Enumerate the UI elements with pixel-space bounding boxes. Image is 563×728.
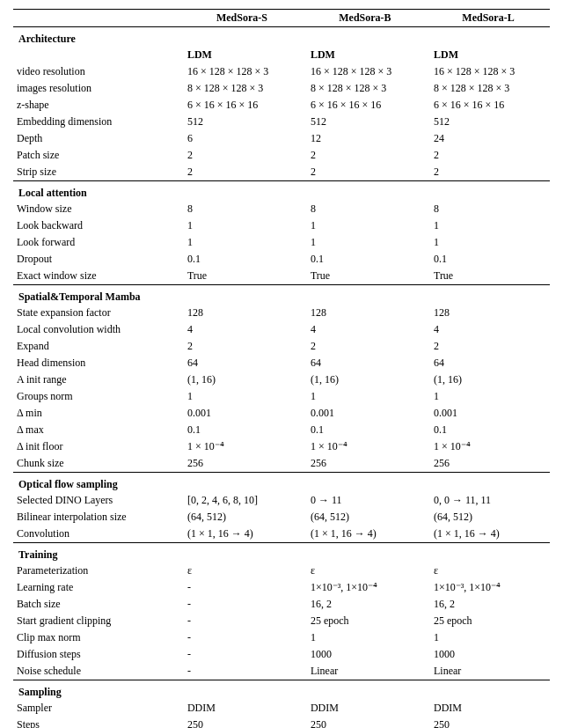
row-val-0: [0, 2, 4, 6, 8, 10] — [180, 492, 303, 509]
row-val-0: - — [180, 663, 303, 680]
table-row: Parameterizationεεε — [13, 563, 550, 579]
col-header-empty — [13, 10, 180, 27]
row-val-0: 2 — [180, 338, 303, 355]
row-val-2: 256 — [427, 455, 550, 473]
table-row: Dropout0.10.10.1 — [13, 251, 550, 268]
row-label: Embedding dimension — [13, 114, 180, 130]
row-val-0: (64, 512) — [180, 509, 303, 526]
table-row: Diffusion steps-10001000 — [13, 646, 550, 663]
row-label: Dropout — [13, 251, 180, 268]
row-label: Noise schedule — [13, 663, 180, 680]
row-val-0: 0.1 — [180, 251, 303, 268]
row-val-0: 4 — [180, 321, 303, 338]
row-val-0: 6 × 16 × 16 × 16 — [180, 97, 303, 114]
row-val-2: Linear — [427, 663, 550, 680]
row-val-1: 64 — [303, 355, 427, 371]
row-val-0: - — [180, 646, 303, 663]
table-row: Δ min0.0010.0010.001 — [13, 405, 550, 422]
row-val-2: 128 — [427, 305, 550, 321]
row-val-1: 4 — [303, 321, 427, 338]
row-val-0: 0.001 — [180, 405, 303, 422]
row-val-2: 2 — [427, 147, 550, 164]
row-label: Δ init floor — [13, 438, 180, 455]
row-val-1: 1×10⁻³, 1×10⁻⁴ — [303, 579, 427, 596]
row-val-0: 128 — [180, 305, 303, 321]
row-val-0: 1 — [180, 217, 303, 234]
row-val-2: LDM — [427, 47, 550, 63]
table-row: Δ init floor1 × 10⁻⁴1 × 10⁻⁴1 × 10⁻⁴ — [13, 438, 550, 455]
row-val-1: 2 — [303, 338, 427, 355]
row-val-1: 2 — [303, 164, 427, 181]
row-label: Batch size — [13, 596, 180, 613]
row-val-0: LDM — [180, 47, 303, 63]
row-val-2: 24 — [427, 130, 550, 147]
row-val-1: 512 — [303, 114, 427, 130]
row-val-2: 512 — [427, 114, 550, 130]
row-label: Look forward — [13, 234, 180, 251]
section-label-training: Training — [13, 543, 550, 563]
row-val-2: (1 × 1, 16 → 4) — [427, 526, 550, 543]
section-header-local_attention: Local attention — [13, 181, 550, 202]
table-row: Groups norm111 — [13, 388, 550, 405]
row-val-1: 0 → 11 — [303, 492, 427, 509]
row-val-2: (64, 512) — [427, 509, 550, 526]
table-row: Start gradient clipping-25 epoch25 epoch — [13, 613, 550, 629]
row-val-1: 0.1 — [303, 251, 427, 268]
table-row: video resolution16 × 128 × 128 × 316 × 1… — [13, 63, 550, 80]
table-row: Learning rate-1×10⁻³, 1×10⁻⁴1×10⁻³, 1×10… — [13, 579, 550, 596]
row-label: Chunk size — [13, 455, 180, 473]
row-val-0: (1 × 1, 16 → 4) — [180, 526, 303, 543]
row-label: z-shape — [13, 97, 180, 114]
row-val-0: 8 × 128 × 128 × 3 — [180, 80, 303, 97]
row-val-1: 256 — [303, 455, 427, 473]
row-val-2: 0.1 — [427, 422, 550, 438]
table-row: z-shape6 × 16 × 16 × 166 × 16 × 16 × 166… — [13, 97, 550, 114]
row-label: Look backward — [13, 217, 180, 234]
table-body: ArchitectureLDMLDMLDMvideo resolution16 … — [13, 27, 550, 729]
row-val-1: ε — [303, 563, 427, 579]
row-label: Selected DINO Layers — [13, 492, 180, 509]
row-val-1: 1 — [303, 217, 427, 234]
row-label: Sampler — [13, 700, 180, 717]
section-header-spatial_temporal: Spatial&Temporal Mamba — [13, 285, 550, 305]
row-label: Δ max — [13, 422, 180, 438]
row-val-2: 1000 — [427, 646, 550, 663]
row-val-0: 8 — [180, 201, 303, 217]
row-val-0: 256 — [180, 455, 303, 473]
section-header-architecture: Architecture — [13, 27, 550, 48]
row-val-0: 1 × 10⁻⁴ — [180, 438, 303, 455]
row-label: Parameterization — [13, 563, 180, 579]
section-header-sampling: Sampling — [13, 680, 550, 701]
section-label-local_attention: Local attention — [13, 181, 550, 202]
row-val-1: (1 × 1, 16 → 4) — [303, 526, 427, 543]
table-row: Convolution(1 × 1, 16 → 4)(1 × 1, 16 → 4… — [13, 526, 550, 543]
row-val-0: 16 × 128 × 128 × 3 — [180, 63, 303, 80]
table-row: Chunk size256256256 — [13, 455, 550, 473]
row-val-0: - — [180, 579, 303, 596]
row-val-1: DDIM — [303, 700, 427, 717]
row-val-0: True — [180, 268, 303, 285]
section-label-sampling: Sampling — [13, 680, 550, 701]
section-label-spatial_temporal: Spatial&Temporal Mamba — [13, 285, 550, 305]
row-val-0: 1 — [180, 234, 303, 251]
row-val-2: True — [427, 268, 550, 285]
row-val-0: (1, 16) — [180, 371, 303, 388]
row-val-1: LDM — [303, 47, 427, 63]
row-val-0: 0.1 — [180, 422, 303, 438]
table-row: Look forward111 — [13, 234, 550, 251]
row-label: Convolution — [13, 526, 180, 543]
row-label: Groups norm — [13, 388, 180, 405]
column-header-row: MedSora-S MedSora-B MedSora-L — [13, 10, 550, 27]
main-table: MedSora-S MedSora-B MedSora-L Architectu… — [13, 9, 550, 728]
row-val-0: 2 — [180, 147, 303, 164]
table-row: Clip max norm-11 — [13, 629, 550, 646]
section-label-architecture: Architecture — [13, 27, 550, 48]
table-row: Steps250250250 — [13, 717, 550, 728]
row-label: Learning rate — [13, 579, 180, 596]
row-label — [13, 47, 180, 63]
row-val-0: 250 — [180, 717, 303, 728]
row-val-1: 12 — [303, 130, 427, 147]
row-val-0: ε — [180, 563, 303, 579]
row-val-2: 2 — [427, 164, 550, 181]
row-val-0: - — [180, 613, 303, 629]
